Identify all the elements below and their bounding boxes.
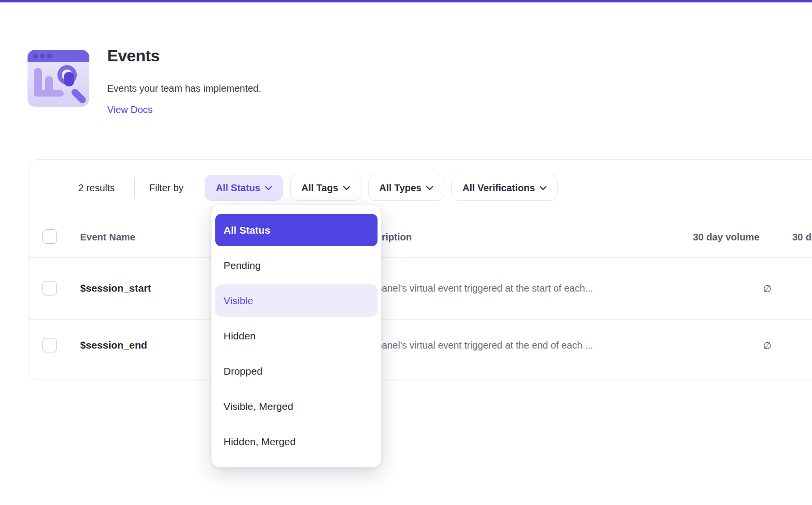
filter-types-dropdown-trigger[interactable]: All Types [368, 175, 444, 201]
magnifier-handle [70, 87, 87, 104]
volume-30d-cell: ∅ [628, 283, 771, 295]
results-count: 2 results [78, 182, 115, 194]
table-header-top-divider [29, 216, 812, 216]
dropdown-item-pending[interactable]: Pending [215, 249, 378, 281]
status-filter-dropdown-menu: All Status Pending Visible Hidden Droppe… [211, 205, 381, 467]
column-header-30-day-volume[interactable]: 30 day volume [628, 232, 759, 243]
page-title: Events [107, 46, 160, 65]
dropdown-item-visible[interactable]: Visible [215, 284, 378, 317]
chart-bar [34, 90, 64, 97]
dropdown-item-hidden[interactable]: Hidden [215, 320, 378, 352]
event-description-cell: panel's virtual event triggered at the e… [377, 340, 593, 351]
select-all-checkbox[interactable] [42, 229, 57, 244]
filter-types-label: All Types [379, 182, 421, 194]
dropdown-item-all-status[interactable]: All Status [215, 214, 378, 246]
filter-status-label: All Status [216, 182, 260, 194]
row-checkbox[interactable] [42, 281, 57, 295]
filter-status-dropdown-trigger[interactable]: All Status [205, 175, 283, 201]
page-subtitle: Events your team has implemented. [107, 83, 261, 94]
window-dot-icon [33, 54, 38, 58]
column-header-30-day-clipped[interactable]: 30 d [792, 232, 812, 243]
column-header-event-name[interactable]: Event Name [80, 232, 136, 243]
toolbar-divider [134, 179, 135, 197]
chevron-down-icon [540, 186, 546, 190]
dropdown-item-hidden-merged[interactable]: Hidden, Merged [215, 425, 378, 458]
window-dot-icon [47, 54, 52, 58]
filter-toolbar: 2 results Filter by All Status All Tags … [29, 160, 812, 216]
event-name-cell[interactable]: $session_end [80, 339, 147, 351]
top-accent-bar [0, 0, 812, 2]
row-divider [29, 257, 812, 258]
dropdown-item-visible-merged[interactable]: Visible, Merged [215, 390, 378, 422]
dropdown-item-dropped[interactable]: Dropped [215, 355, 378, 387]
events-table-card: 2 results Filter by All Status All Tags … [28, 159, 812, 379]
view-docs-link[interactable]: View Docs [107, 104, 153, 115]
filter-by-label: Filter by [149, 182, 183, 194]
row-checkbox[interactable] [42, 338, 57, 352]
volume-30d-cell: ∅ [628, 340, 771, 351]
event-description-cell: panel's virtual event triggered at the s… [377, 283, 593, 294]
chevron-down-icon [426, 186, 433, 190]
chevron-down-icon [265, 186, 272, 190]
filter-tags-label: All Tags [301, 182, 338, 194]
window-dot-icon [40, 54, 45, 58]
chevron-down-icon [343, 186, 350, 190]
filter-verifications-dropdown-trigger[interactable]: All Verifications [451, 175, 558, 201]
magnifier-lens-shape [64, 72, 74, 86]
event-name-cell[interactable]: $session_start [80, 282, 151, 294]
row-divider [29, 319, 812, 320]
filter-verifications-label: All Verifications [462, 182, 535, 194]
filter-tags-dropdown-trigger[interactable]: All Tags [290, 175, 361, 201]
browser-titlebar [28, 50, 89, 62]
events-page-icon [28, 50, 89, 107]
